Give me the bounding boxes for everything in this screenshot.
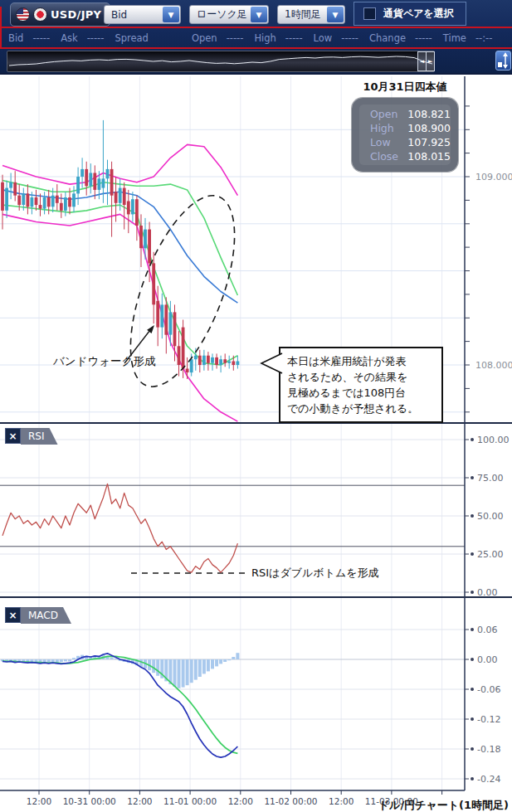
quote-value: ----- <box>415 32 432 44</box>
pair-tab-button[interactable]: USD/JPY <box>10 2 110 27</box>
toolbar-red-divider <box>0 27 512 28</box>
bid-ask-select[interactable]: Bid ▼ <box>104 5 181 24</box>
timeframe-select[interactable]: 1時間足 ▼ <box>277 5 345 24</box>
chart-panes: 109.000108.000100.0075.0050.0025.000.000… <box>0 76 512 812</box>
svg-text:11-02 00:00: 11-02 00:00 <box>264 796 317 806</box>
svg-text:0.00: 0.00 <box>477 587 498 598</box>
quote-bar: Bid----- Ask----- Spread Open----- High-… <box>8 31 492 46</box>
pair-select-label: 通貨ペアを選択 <box>383 7 454 21</box>
pair-label: USD/JPY <box>51 8 101 21</box>
ohlc-label: Open <box>370 107 407 121</box>
bandwalk-annotation: バンドウォーク形成 <box>53 354 155 369</box>
svg-text:10-31 00:00: 10-31 00:00 <box>63 796 116 806</box>
macd-series <box>1 653 239 757</box>
ohlc-label: Close <box>370 149 407 163</box>
macd-pane-label: MACD <box>21 607 71 624</box>
ohlc-value: 107.925 <box>407 135 451 149</box>
svg-text:12:00: 12:00 <box>27 796 51 806</box>
header-toolbar: USD/JPY Bid ▼ ローソク足 ▼ 1時間足 ▼ 通貨ペアを選択 Bid… <box>0 0 512 75</box>
quote-label: Open <box>192 32 217 44</box>
chevron-down-icon: ▼ <box>163 7 179 22</box>
rsi-note-annotation: RSIはダブルボトムを形成 <box>251 566 379 581</box>
annotation-layer <box>109 182 256 573</box>
charts-canvas: 109.000108.000100.0075.0050.0025.000.000… <box>0 76 512 812</box>
svg-text:-0.12: -0.12 <box>477 714 500 725</box>
svg-text:100.00: 100.00 <box>477 435 510 445</box>
chart-type-select-value: ローソク足 <box>197 7 247 22</box>
svg-text:50.00: 50.00 <box>477 511 504 522</box>
svg-text:11-01 00:00: 11-01 00:00 <box>163 796 217 806</box>
bubble-line: での小動きが予想される。 <box>287 401 435 416</box>
svg-text:109.000: 109.000 <box>475 172 512 182</box>
svg-text:12:00: 12:00 <box>329 796 354 806</box>
left-red-edge <box>0 7 2 49</box>
quote-value: --:-- <box>475 32 492 44</box>
ohlc-value: 108.821 <box>407 107 451 121</box>
rsi-pane-tab: × RSI <box>5 428 58 445</box>
chevron-down-icon: ▼ <box>251 7 267 22</box>
navigator-right-arrow[interactable]: ► <box>427 52 434 71</box>
svg-text:-0.24: -0.24 <box>477 774 500 785</box>
pair-select-checkbox[interactable] <box>363 7 376 20</box>
quote-label: Ask <box>61 32 78 44</box>
ohlc-label: High <box>370 121 407 135</box>
navigator-left-arrow[interactable]: ◄ <box>418 52 427 71</box>
navigator-range-handle[interactable]: ◄ ► <box>417 51 435 71</box>
quote-label: Low <box>314 32 333 44</box>
ohlc-value: 108.015 <box>407 149 451 163</box>
rsi-pane-label: RSI <box>21 428 58 445</box>
bubble-line: 見極めるまでは108円台 <box>287 385 435 401</box>
quote-label: High <box>254 32 276 44</box>
macd-close-button[interactable]: × <box>5 607 21 623</box>
timeframe-select-value: 1時間足 <box>285 7 321 22</box>
bubble-line: されるため、その結果を <box>287 369 435 385</box>
bubble-tail <box>259 352 284 375</box>
quote-label: Time <box>443 32 466 44</box>
rsi-series <box>2 484 237 572</box>
bid-ask-select-value: Bid <box>111 9 127 21</box>
quote-value: ----- <box>341 32 358 44</box>
pair-select-panel: 通貨ペアを選択 <box>354 2 466 26</box>
quote-value: ----- <box>227 32 244 44</box>
macd-pane-tab: × MACD <box>5 607 71 624</box>
svg-text:0.06: 0.06 <box>477 625 498 635</box>
svg-text:-0.18: -0.18 <box>477 744 500 755</box>
svg-text:0.00: 0.00 <box>477 654 498 665</box>
ohlc-title: 10月31日四本値 <box>330 80 480 95</box>
jp-flag-icon <box>33 7 47 22</box>
rsi-close-button[interactable]: × <box>5 428 21 444</box>
svg-text:12:00: 12:00 <box>127 796 152 806</box>
us-flag-icon <box>16 7 30 22</box>
chart-type-select[interactable]: ローソク足 ▼ <box>189 5 269 24</box>
close-icon: × <box>8 430 17 442</box>
quote-value: ----- <box>87 32 105 44</box>
close-icon: × <box>8 610 17 621</box>
grid-layer <box>0 76 465 790</box>
quote-label: Change <box>369 32 406 44</box>
quote-value: ----- <box>32 32 50 44</box>
svg-text:108.000: 108.000 <box>475 360 512 371</box>
bubble-line: 本日は米雇用統計が発表 <box>287 353 435 369</box>
quote-label: Spread <box>115 32 149 44</box>
chart-caption: ドル/円チャート(1時間足) <box>378 798 509 812</box>
quote-red-divider <box>0 47 512 49</box>
quote-label: Bid <box>8 32 23 44</box>
chart-resize-button[interactable] <box>495 51 511 71</box>
navigator-sparkline <box>7 51 434 71</box>
quote-value: ----- <box>285 32 303 44</box>
resize-icon <box>496 51 510 70</box>
svg-text:25.00: 25.00 <box>477 549 504 560</box>
chart-window: USD/JPY Bid ▼ ローソク足 ▼ 1時間足 ▼ 通貨ペアを選択 Bid… <box>0 0 512 812</box>
chevron-down-icon: ▼ <box>327 7 344 22</box>
ohlc-summary-panel: Open108.821 High108.900 Low107.925 Close… <box>352 98 458 172</box>
ohlc-value: 108.900 <box>407 121 451 135</box>
forecast-note-bubble: 本日は米雇用統計が発表 されるため、その結果を 見極めるまでは108円台 での小… <box>279 347 443 423</box>
ohlc-label: Low <box>370 135 407 149</box>
svg-text:12:00: 12:00 <box>228 796 253 806</box>
chart-navigator[interactable]: ◄ ► <box>7 51 435 72</box>
svg-text:-0.06: -0.06 <box>477 684 500 695</box>
svg-text:75.00: 75.00 <box>477 473 504 484</box>
